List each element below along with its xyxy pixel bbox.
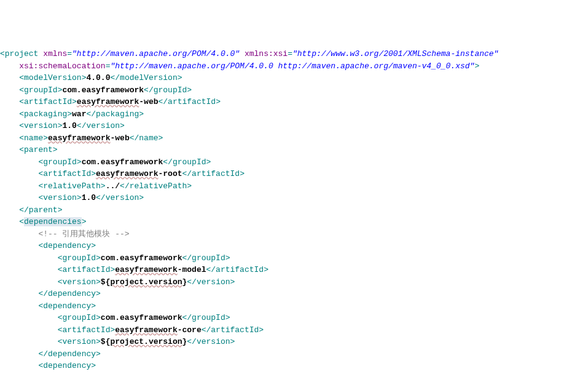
groupid-element: <groupId>com.easyframework</groupId>	[19, 86, 192, 95]
name-element: <name>easyframework-web</name>	[19, 133, 163, 143]
dependency-0-open: <dependency>	[38, 241, 96, 250]
dep-1-artifactid: <artifactId>easyframework-core</artifact…	[58, 325, 264, 335]
parent-version: <version>1.0</version>	[38, 193, 144, 202]
parent-artifactid: <artifactId>easyframework-root</artifact…	[38, 169, 245, 178]
xml-line-2: xsi:schemaLocation="http://maven.apache.…	[19, 62, 479, 71]
dependency-2-open: <dependency>	[38, 361, 96, 370]
dep-0-groupid: <groupId>com.easyframework</groupId>	[58, 253, 230, 263]
dependency-1-close: </dependency>	[38, 349, 100, 359]
xml-line-1: <project xmlns="http://maven.apache.org/…	[0, 49, 498, 58]
model-version-element: <modelVersion>4.0.0</modelVersion>	[19, 73, 182, 82]
artifactid-element: <artifactId>easyframework-web</artifactI…	[19, 97, 221, 106]
packaging-element: <packaging>war</packaging>	[19, 109, 144, 119]
dep-1-groupid: <groupId>com.easyframework</groupId>	[58, 313, 230, 322]
parent-open: <parent>	[19, 145, 57, 154]
code-editor: <project xmlns="http://maven.apache.org/…	[0, 48, 588, 374]
dependencies-open: <dependencies>	[19, 217, 86, 226]
dep-1-version: <version>${project.version}</version>	[58, 337, 235, 346]
comment: <!-- 引用其他模块 -->	[38, 229, 129, 239]
version-element: <version>1.0</version>	[19, 121, 125, 130]
parent-relativepath: <relativePath>../</relativePath>	[38, 181, 192, 191]
dep-0-artifactid: <artifactId>easyframework-model</artifac…	[58, 265, 269, 274]
parent-groupid: <groupId>com.easyframework</groupId>	[38, 157, 211, 167]
dep-0-version: <version>${project.version}</version>	[58, 277, 235, 287]
dependency-0-close: </dependency>	[38, 289, 100, 298]
dependency-1-open: <dependency>	[38, 301, 96, 311]
parent-close: </parent>	[19, 205, 62, 215]
